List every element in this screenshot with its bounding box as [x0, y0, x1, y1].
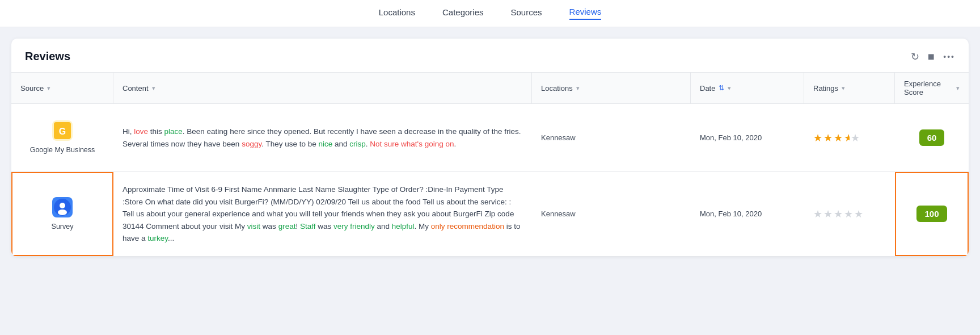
highlight-word: very friendly: [333, 222, 375, 231]
highlight-word: love: [134, 127, 148, 136]
card-actions: ↻ ⬛︎ •••: [911, 51, 955, 63]
highlight-word: crisp: [349, 140, 366, 148]
review-content-2: Approximate Time of Visit 6-9 First Name…: [122, 183, 523, 245]
col-source-label: Source: [20, 84, 44, 93]
col-ratings-label: Ratings: [813, 84, 838, 93]
location-cell-1: Kennesaw: [532, 104, 691, 171]
col-experience-score-label: Experience Score: [904, 79, 953, 97]
star-1: ★: [813, 132, 822, 144]
table-row: Survey Approximate Time of Visit 6-9 Fir…: [11, 172, 969, 257]
highlight-word: visit: [247, 222, 260, 231]
star-2: ★: [823, 132, 833, 144]
refresh-icon[interactable]: ↻: [911, 51, 919, 63]
nav-categories[interactable]: Categories: [442, 7, 484, 19]
col-ratings[interactable]: Ratings ▾: [804, 73, 895, 103]
score-cell-1: 60: [895, 104, 969, 171]
experience-score-badge: 60: [919, 129, 945, 146]
chevron-down-icon: ▾: [576, 85, 580, 92]
star-3: ★: [834, 132, 843, 144]
star-rating: ★ ★ ★ ★ ★: [813, 132, 860, 144]
card-header: Reviews ↻ ⬛︎ •••: [11, 39, 969, 72]
chevron-down-icon: ▾: [842, 85, 845, 92]
location-value: Kennesaw: [541, 210, 576, 218]
highlight-word: helpful: [392, 222, 415, 231]
star-5: ★: [854, 208, 863, 220]
review-content-1: Hi, love this place. Been eating here si…: [122, 125, 523, 150]
date-value: Mon, Feb 10, 2020: [700, 210, 762, 218]
highlight-word: nice: [318, 140, 332, 148]
more-options-icon[interactable]: •••: [943, 52, 955, 61]
star-rating: ★ ★ ★ ★ ★: [813, 208, 863, 220]
col-locations-label: Locations: [541, 84, 573, 93]
col-content[interactable]: Content ▾: [113, 73, 532, 103]
highlight-word: great: [278, 222, 296, 231]
chevron-down-icon: ▾: [152, 85, 155, 92]
gmb-icon: G: [52, 120, 73, 141]
sort-icon: ⇅: [719, 84, 724, 92]
star-1: ★: [813, 208, 822, 220]
location-value: Kennesaw: [541, 133, 576, 142]
source-cell-gmb: G Google My Business: [11, 104, 113, 171]
chevron-down-icon: ▾: [956, 85, 960, 92]
svg-point-3: [60, 203, 65, 208]
date-cell-1: Mon, Feb 10, 2020: [691, 104, 804, 171]
nav-locations[interactable]: Locations: [379, 7, 415, 19]
col-date[interactable]: Date ⇅ ▾: [691, 73, 804, 103]
rating-cell-1: ★ ★ ★ ★ ★: [804, 104, 895, 171]
chevron-down-icon: ▾: [728, 85, 731, 92]
source-name-gmb: Google My Business: [30, 145, 95, 154]
highlight-word: turkey: [147, 234, 168, 242]
star-4: ★: [844, 132, 850, 144]
score-cell-2: 100: [895, 172, 969, 256]
highlight-word: place: [164, 127, 183, 136]
rating-cell-2: ★ ★ ★ ★ ★: [804, 172, 895, 256]
chart-icon[interactable]: ⬛︎: [928, 52, 934, 62]
nav-sources[interactable]: Sources: [511, 7, 542, 19]
experience-score-badge: 100: [916, 206, 947, 222]
content-cell-2: Approximate Time of Visit 6-9 First Name…: [113, 172, 532, 256]
col-date-label: Date: [700, 84, 715, 93]
page-title: Reviews: [25, 50, 70, 63]
star-4: ★: [844, 208, 853, 220]
col-experience-score[interactable]: Experience Score ▾: [895, 73, 969, 103]
svg-text:G: G: [59, 127, 66, 136]
highlight-word: soggy: [242, 140, 261, 148]
star-3: ★: [834, 208, 843, 220]
star-2: ★: [823, 208, 833, 220]
location-cell-2: Kennesaw: [532, 172, 691, 256]
main-content: Reviews ↻ ⬛︎ ••• Source ▾ Content ▾ Loca…: [0, 27, 980, 268]
chevron-down-icon: ▾: [47, 85, 50, 92]
date-cell-2: Mon, Feb 10, 2020: [691, 172, 804, 256]
source-name-survey: Survey: [52, 222, 74, 231]
survey-icon: [52, 197, 73, 217]
reviews-card: Reviews ↻ ⬛︎ ••• Source ▾ Content ▾ Loca…: [11, 39, 969, 257]
highlight-word: Staff: [300, 222, 316, 231]
top-navigation: Locations Categories Sources Reviews: [0, 0, 980, 27]
col-locations[interactable]: Locations ▾: [532, 73, 691, 103]
table-row: G Google My Business Hi, love this place…: [11, 104, 969, 172]
content-cell-1: Hi, love this place. Been eating here si…: [113, 104, 532, 171]
nav-reviews[interactable]: Reviews: [569, 7, 602, 20]
col-source[interactable]: Source ▾: [11, 73, 113, 103]
date-value: Mon, Feb 10, 2020: [700, 133, 762, 142]
star-5: ★: [851, 132, 860, 144]
source-cell-survey: Survey: [11, 172, 113, 256]
column-headers: Source ▾ Content ▾ Locations ▾ Date ⇅ ▾ …: [11, 72, 969, 104]
highlight-word: only recommendation: [431, 222, 504, 231]
highlight-word: Not sure what's going on: [370, 140, 454, 148]
svg-point-4: [58, 210, 67, 215]
col-content-label: Content: [122, 84, 149, 93]
